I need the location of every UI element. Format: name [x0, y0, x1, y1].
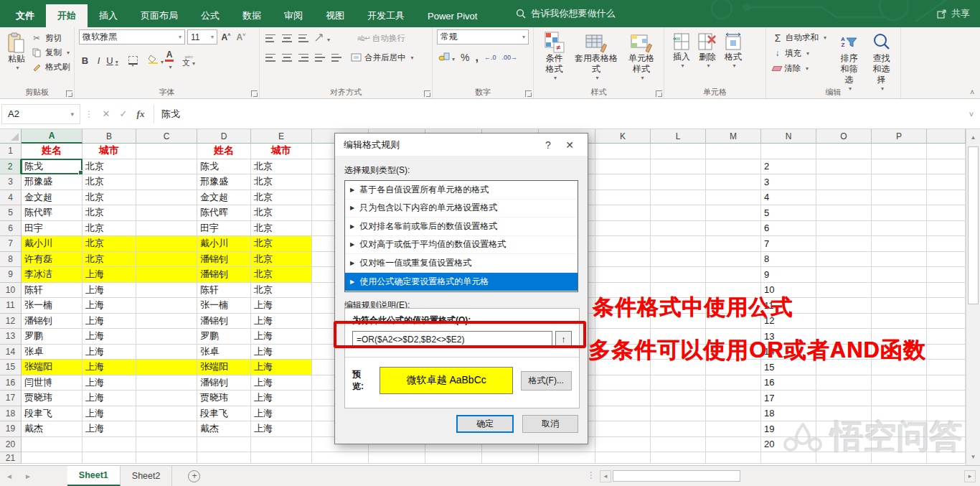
- cell-M6[interactable]: [706, 221, 761, 237]
- cell-L4[interactable]: [651, 190, 706, 206]
- cell-L1[interactable]: [651, 144, 706, 159]
- cell-B19[interactable]: 上海: [83, 421, 136, 437]
- cell-B7[interactable]: 北京: [83, 236, 136, 252]
- name-box[interactable]: A2 ▾: [1, 104, 80, 124]
- merge-center-button[interactable]: 合并后居中: [348, 51, 416, 64]
- cell-L20[interactable]: [651, 437, 706, 453]
- horizontal-scrollbar-track[interactable]: [611, 470, 964, 482]
- cell-K17[interactable]: [595, 391, 651, 406]
- cell-P19[interactable]: [872, 421, 927, 437]
- share-button[interactable]: 共享: [937, 0, 970, 27]
- cell-X6[interactable]: [927, 221, 966, 237]
- column-header-B[interactable]: B: [83, 129, 136, 144]
- sheet-tab-Sheet2[interactable]: Sheet2: [121, 466, 173, 486]
- vertical-scrollbar-thumb[interactable]: [968, 146, 979, 304]
- orientation-button[interactable]: [315, 32, 330, 45]
- row-header-13[interactable]: 13: [0, 329, 22, 345]
- tab-审阅[interactable]: 审阅: [273, 4, 314, 27]
- cell-B20[interactable]: [83, 437, 136, 453]
- cell-X10[interactable]: [927, 283, 966, 299]
- cell-N6[interactable]: 6: [761, 221, 816, 237]
- cell-H21[interactable]: [425, 452, 482, 464]
- enter-entry-icon[interactable]: ✓: [115, 108, 132, 119]
- cell-P9[interactable]: [872, 267, 927, 283]
- decrease-decimal-button[interactable]: .00→: [501, 54, 517, 61]
- number-format-combo[interactable]: 常规: [437, 29, 529, 45]
- row-header-16[interactable]: 16: [0, 375, 22, 391]
- cell-O4[interactable]: [816, 190, 872, 206]
- cell-O11[interactable]: [816, 298, 872, 314]
- rule-type-option-1[interactable]: ▶基于各自值设置所有单元格的格式: [345, 181, 578, 200]
- cell-B2[interactable]: 北京: [83, 159, 136, 175]
- insert-cells-button[interactable]: 插入: [669, 29, 694, 72]
- cell-C8[interactable]: [136, 252, 197, 268]
- cell-D14[interactable]: 张卓: [197, 345, 251, 360]
- cell-B18[interactable]: 上海: [83, 406, 136, 422]
- ok-button[interactable]: 确定: [456, 415, 514, 433]
- cell-N7[interactable]: 7: [761, 236, 816, 252]
- cell-M3[interactable]: [706, 174, 761, 190]
- cell-K2[interactable]: [595, 159, 651, 175]
- tab-公式[interactable]: 公式: [189, 4, 231, 27]
- cell-O8[interactable]: [816, 252, 872, 268]
- cell-B1[interactable]: 城市: [83, 144, 136, 159]
- tab-视图[interactable]: 视图: [314, 4, 356, 27]
- comma-button[interactable]: ,: [475, 51, 478, 64]
- cell-M4[interactable]: [706, 190, 761, 206]
- cell-D7[interactable]: 戴小川: [197, 236, 251, 252]
- cell-N2[interactable]: 2: [761, 159, 816, 175]
- cell-X5[interactable]: [927, 205, 966, 221]
- align-bottom-icon[interactable]: [298, 34, 308, 42]
- font-size-combo[interactable]: 11: [187, 29, 217, 45]
- row-header-12[interactable]: 12: [0, 314, 22, 330]
- cell-D17[interactable]: 贾晓玮: [197, 391, 251, 406]
- cell-D11[interactable]: 张一楠: [197, 298, 251, 314]
- dialog-help-button[interactable]: ?: [537, 139, 559, 151]
- row-header-4[interactable]: 4: [0, 190, 22, 206]
- cell-P5[interactable]: [872, 205, 927, 221]
- horizontal-scrollbar-thumb[interactable]: [613, 470, 740, 482]
- cell-P3[interactable]: [872, 174, 927, 190]
- cell-B11[interactable]: 上海: [83, 298, 136, 314]
- cell-A21[interactable]: [22, 452, 83, 464]
- column-header-C[interactable]: C: [136, 129, 197, 144]
- cell-M1[interactable]: [706, 144, 761, 159]
- cell-A17[interactable]: 贾晓玮: [22, 391, 83, 406]
- cell-D12[interactable]: 潘锦钊: [197, 314, 251, 330]
- cell-K7[interactable]: [595, 236, 651, 252]
- column-header-E[interactable]: E: [251, 129, 312, 144]
- scroll-left-icon[interactable]: ◂: [600, 470, 611, 482]
- cell-D21[interactable]: [197, 452, 251, 464]
- cell-O19[interactable]: [816, 421, 872, 437]
- row-header-3[interactable]: 3: [0, 174, 22, 190]
- cell-N19[interactable]: 19: [761, 421, 816, 437]
- cell-X4[interactable]: [927, 190, 966, 206]
- cell-P1[interactable]: [872, 144, 927, 159]
- cell-X13[interactable]: [927, 329, 966, 345]
- cell-K20[interactable]: [595, 437, 651, 453]
- cell-B21[interactable]: [83, 452, 136, 464]
- cell-X17[interactable]: [927, 391, 966, 406]
- rule-type-option-3[interactable]: ▶仅对排名靠前或靠后的数值设置格式: [345, 218, 578, 236]
- cell-A19[interactable]: 戴杰: [22, 421, 83, 437]
- sheet-nav-right-icon[interactable]: ►: [19, 466, 37, 486]
- cell-E3[interactable]: 北京: [251, 174, 312, 190]
- cell-X12[interactable]: [927, 314, 966, 330]
- cell-K21[interactable]: [595, 452, 651, 464]
- cell-N9[interactable]: 9: [761, 267, 816, 283]
- row-header-15[interactable]: 15: [0, 360, 22, 375]
- cell-A3[interactable]: 邢豫盛: [22, 174, 83, 190]
- cell-B16[interactable]: 上海: [83, 375, 136, 391]
- cell-L5[interactable]: [651, 205, 706, 221]
- row-header-20[interactable]: 20: [0, 437, 22, 453]
- cell-C7[interactable]: [136, 236, 197, 252]
- cell-D1[interactable]: 姓名: [197, 144, 251, 159]
- cell-X7[interactable]: [927, 236, 966, 252]
- cell-X9[interactable]: [927, 267, 966, 283]
- delete-cells-button[interactable]: 删除: [694, 29, 720, 72]
- cell-A10[interactable]: 陈轩: [22, 283, 83, 299]
- number-dialog-launcher[interactable]: [525, 90, 532, 97]
- cell-J21[interactable]: [539, 452, 595, 464]
- cell-A7[interactable]: 戴小川: [22, 236, 83, 252]
- underline-button[interactable]: U: [106, 55, 118, 66]
